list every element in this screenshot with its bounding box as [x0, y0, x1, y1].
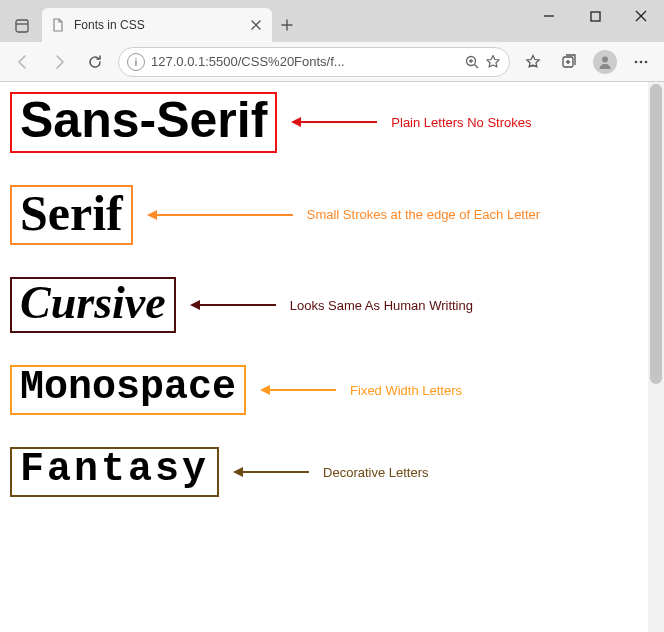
font-desc-serif: Small Strokes at the edge of Each Letter [307, 207, 540, 222]
close-icon [251, 20, 261, 30]
browser-tab[interactable]: Fonts in CSS [42, 8, 272, 42]
back-button[interactable] [6, 46, 40, 78]
svg-point-11 [635, 60, 638, 63]
star-icon [485, 54, 501, 70]
font-row-cursive: Cursive Looks Same As Human Writting [10, 277, 646, 333]
arrow-icon [289, 113, 379, 131]
svg-point-13 [645, 60, 648, 63]
font-sample-sans: Sans-Serif [10, 92, 277, 153]
maximize-icon [590, 11, 601, 22]
font-row-serif: Serif Small Strokes at the edge of Each … [10, 185, 646, 246]
arrow-icon [258, 381, 338, 399]
address-bar[interactable]: i 127.0.0.1:5500/CSS%20Fonts/f... [118, 47, 510, 77]
font-row-fantasy: Fantasy Decorative Letters [10, 447, 646, 497]
font-desc-cursive: Looks Same As Human Writting [290, 298, 473, 313]
zoom-button[interactable] [465, 55, 479, 69]
dots-icon [633, 54, 649, 70]
arrow-icon [231, 463, 311, 481]
site-info-icon[interactable]: i [127, 53, 145, 71]
reload-button[interactable] [78, 46, 112, 78]
font-desc-mono: Fixed Width Letters [350, 383, 462, 398]
tab-strip: Fonts in CSS [0, 0, 302, 42]
font-sample-serif: Serif [10, 185, 133, 246]
font-row-mono: Monospace Fixed Width Letters [10, 365, 646, 415]
reload-icon [87, 54, 103, 70]
arrow-icon [188, 296, 278, 314]
arrow-icon [145, 206, 295, 224]
tab-title: Fonts in CSS [74, 18, 240, 32]
font-sample-fantasy: Fantasy [10, 447, 219, 497]
svg-rect-3 [591, 12, 600, 21]
avatar-icon [593, 50, 617, 74]
toolbar-right [516, 46, 658, 78]
font-sample-mono: Monospace [10, 365, 246, 415]
font-sample-cursive: Cursive [10, 277, 176, 333]
window-close-button[interactable] [618, 0, 664, 32]
window-maximize-button[interactable] [572, 0, 618, 32]
plus-icon [281, 19, 293, 31]
svg-point-12 [640, 60, 643, 63]
forward-button[interactable] [42, 46, 76, 78]
font-desc-fantasy: Decorative Letters [323, 465, 429, 480]
page-content: Sans-Serif Plain Letters No Strokes Seri… [0, 82, 664, 515]
star-half-icon [525, 54, 541, 70]
collections-icon [561, 54, 577, 70]
new-tab-button[interactable] [272, 8, 302, 42]
file-icon [50, 17, 66, 33]
close-icon [635, 10, 647, 22]
favorites-button[interactable] [516, 46, 550, 78]
vertical-scrollbar[interactable] [648, 82, 664, 632]
minimize-icon [543, 10, 555, 22]
arrow-left-icon [15, 54, 31, 70]
font-row-sans: Sans-Serif Plain Letters No Strokes [10, 92, 646, 153]
arrow-right-icon [51, 54, 67, 70]
menu-button[interactable] [624, 46, 658, 78]
scrollbar-thumb[interactable] [650, 84, 662, 384]
url-text: 127.0.0.1:5500/CSS%20Fonts/f... [151, 54, 459, 69]
svg-rect-0 [16, 20, 28, 32]
zoom-icon [465, 55, 479, 69]
svg-line-5 [475, 64, 479, 68]
browser-toolbar: i 127.0.0.1:5500/CSS%20Fonts/f... [0, 42, 664, 82]
collections-button[interactable] [552, 46, 586, 78]
window-controls [526, 0, 664, 42]
window-minimize-button[interactable] [526, 0, 572, 32]
profile-button[interactable] [588, 46, 622, 78]
font-desc-sans: Plain Letters No Strokes [391, 115, 531, 130]
tab-grid-icon [15, 19, 29, 33]
svg-point-10 [602, 56, 608, 62]
tab-close-button[interactable] [248, 17, 264, 33]
favorite-button[interactable] [485, 54, 501, 70]
window-titlebar: Fonts in CSS [0, 0, 664, 42]
tab-actions-button[interactable] [6, 10, 38, 42]
page-viewport: Sans-Serif Plain Letters No Strokes Seri… [0, 82, 664, 632]
